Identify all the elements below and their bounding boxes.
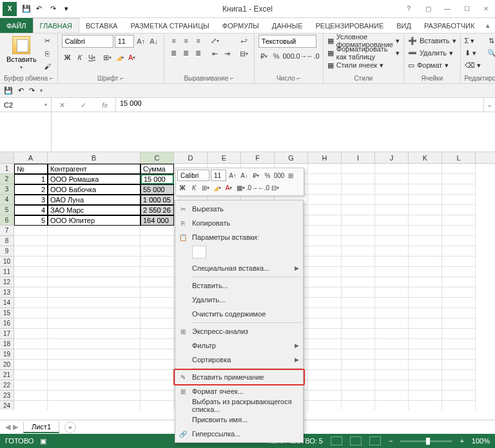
- row-header[interactable]: 23: [0, 391, 14, 401]
- cell[interactable]: [342, 164, 375, 174]
- cell[interactable]: [308, 236, 342, 246]
- sheet-next-icon[interactable]: ▶: [13, 423, 18, 431]
- align-bottom-icon[interactable]: ≡: [193, 35, 204, 46]
- cell[interactable]: [308, 360, 342, 370]
- col-header-B[interactable]: B: [48, 152, 141, 163]
- sheet-tab[interactable]: Лист1: [23, 422, 59, 433]
- cell[interactable]: [375, 236, 409, 246]
- cell[interactable]: [308, 380, 342, 391]
- cell[interactable]: [141, 318, 174, 329]
- cell[interactable]: [48, 287, 141, 298]
- cell[interactable]: [308, 308, 342, 318]
- align-top-icon[interactable]: ≡: [168, 35, 180, 46]
- cell[interactable]: [342, 360, 375, 370]
- cell[interactable]: [442, 277, 476, 287]
- cell[interactable]: [375, 174, 409, 184]
- cell[interactable]: [375, 349, 409, 360]
- cell[interactable]: [308, 298, 342, 308]
- zoom-in-button[interactable]: +: [460, 437, 463, 445]
- cell[interactable]: [141, 257, 174, 267]
- cell[interactable]: [48, 308, 141, 318]
- row-header[interactable]: 8: [0, 236, 14, 246]
- row-header[interactable]: 17: [0, 329, 14, 339]
- cell[interactable]: [342, 329, 375, 339]
- cell[interactable]: [342, 246, 375, 257]
- cell[interactable]: Контрагент: [48, 164, 141, 174]
- cell[interactable]: [141, 391, 174, 401]
- cell[interactable]: 1: [14, 174, 48, 184]
- row-header[interactable]: 9: [0, 246, 14, 257]
- cell[interactable]: [442, 246, 476, 257]
- clear-button[interactable]: ⌫ ▾: [465, 59, 481, 71]
- cell[interactable]: №: [14, 164, 48, 174]
- tab-developer[interactable]: РАЗРАБОТЧИК: [418, 18, 481, 33]
- cell[interactable]: [141, 267, 174, 277]
- tab-file[interactable]: ФАЙЛ: [0, 18, 33, 33]
- cell[interactable]: [14, 308, 48, 318]
- cell[interactable]: [442, 401, 476, 410]
- merge-button[interactable]: ⊟: [238, 48, 250, 59]
- percent-format-icon[interactable]: %: [271, 50, 282, 62]
- cell[interactable]: [308, 287, 342, 298]
- view-pagebreak-icon[interactable]: [369, 436, 381, 445]
- macro-icon[interactable]: ▣: [40, 437, 46, 445]
- tab-formulas[interactable]: ФОРМУЛЫ: [216, 18, 266, 33]
- cell[interactable]: [442, 215, 476, 226]
- cell[interactable]: [409, 329, 442, 339]
- cell[interactable]: [308, 215, 342, 226]
- menu-clear-contents[interactable]: Очистить содержимое: [175, 307, 303, 321]
- expand-formula-icon[interactable]: ⌄: [483, 98, 495, 112]
- paste-button[interactable]: Вставить ▾: [4, 35, 39, 72]
- cell[interactable]: [409, 360, 442, 370]
- enter-formula-icon[interactable]: ✓: [81, 101, 86, 110]
- cell[interactable]: [442, 257, 476, 267]
- cell[interactable]: [409, 349, 442, 360]
- mini-accounting-icon[interactable]: ₽: [251, 170, 261, 180]
- cell[interactable]: [141, 380, 174, 391]
- cell[interactable]: [375, 195, 409, 205]
- cell[interactable]: [409, 226, 442, 236]
- fill-button[interactable]: ⬇ ▾: [465, 47, 481, 59]
- cells-format-button[interactable]: ▭Формат ▾: [408, 59, 456, 71]
- cell[interactable]: [308, 205, 342, 215]
- cell[interactable]: [48, 360, 141, 370]
- cell[interactable]: [14, 267, 48, 277]
- italic-button[interactable]: К: [74, 52, 86, 63]
- paste-option-icon[interactable]: [192, 246, 206, 258]
- col-header-I[interactable]: I: [342, 152, 375, 163]
- cell[interactable]: [308, 339, 342, 349]
- cell[interactable]: [442, 226, 476, 236]
- cell[interactable]: [409, 257, 442, 267]
- cell[interactable]: [48, 401, 141, 410]
- mini-border-icon[interactable]: ⊞: [200, 182, 211, 193]
- cell[interactable]: [48, 329, 141, 339]
- col-header-E[interactable]: E: [208, 152, 241, 163]
- cell[interactable]: 4: [14, 205, 48, 215]
- cell[interactable]: [442, 339, 476, 349]
- cell[interactable]: [14, 226, 48, 236]
- cell[interactable]: [375, 370, 409, 380]
- cell[interactable]: [375, 401, 409, 410]
- cell[interactable]: [48, 277, 141, 287]
- col-header-C[interactable]: C: [141, 152, 174, 163]
- cell[interactable]: [308, 164, 342, 174]
- cell[interactable]: [14, 391, 48, 401]
- mini-font-size[interactable]: [211, 170, 226, 181]
- name-box[interactable]: C2 ▾: [0, 98, 51, 112]
- mini-dec-decimal-icon[interactable]: ←.0: [258, 182, 269, 193]
- cell[interactable]: [442, 391, 476, 401]
- cell[interactable]: [375, 215, 409, 226]
- mini-format-painter-icon[interactable]: ⊞: [286, 170, 296, 180]
- help-button[interactable]: ?: [400, 3, 418, 15]
- minimize-button[interactable]: —: [438, 3, 456, 15]
- menu-paste-special[interactable]: Специальная вставка...▶: [175, 261, 303, 275]
- cell[interactable]: [308, 226, 342, 236]
- sheet-prev-icon[interactable]: ◀: [5, 423, 10, 431]
- cell[interactable]: [308, 174, 342, 184]
- row-header[interactable]: 6: [0, 215, 14, 226]
- add-sheet-button[interactable]: +: [64, 422, 76, 433]
- row-header[interactable]: 7: [0, 226, 14, 236]
- cell[interactable]: [409, 174, 442, 184]
- row-header[interactable]: 1: [0, 164, 14, 174]
- cell[interactable]: 2: [14, 184, 48, 195]
